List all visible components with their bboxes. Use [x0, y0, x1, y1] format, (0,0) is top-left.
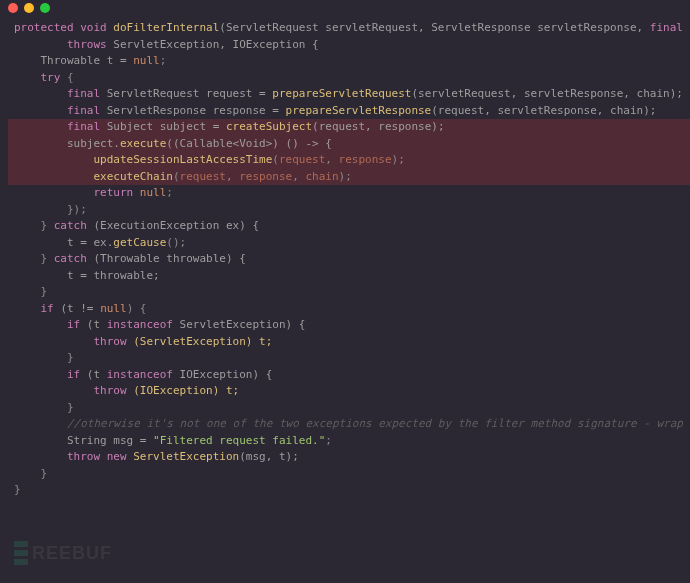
code-line: Throwable t = null; — [0, 53, 690, 70]
code-line: //otherwise it's not one of the two exce… — [0, 416, 690, 433]
code-line: throw new ServletException(msg, t); — [0, 449, 690, 466]
code-line: protected void doFilterInternal(ServletR… — [0, 20, 690, 37]
code-line: throws ServletException, IOException { — [0, 37, 690, 54]
code-editor[interactable]: protected void doFilterInternal(ServletR… — [0, 16, 690, 499]
code-line: } — [0, 466, 690, 483]
minimize-icon[interactable] — [24, 3, 34, 13]
code-line: }); — [0, 202, 690, 219]
code-line: } — [0, 350, 690, 367]
code-line: return null; — [0, 185, 690, 202]
code-line: } catch (ExecutionException ex) { — [0, 218, 690, 235]
window-titlebar — [0, 0, 690, 16]
code-line: String msg = "Filtered request failed."; — [0, 433, 690, 450]
code-line: throw (IOException) t; — [0, 383, 690, 400]
close-icon[interactable] — [8, 3, 18, 13]
code-line: if (t != null) { — [0, 301, 690, 318]
code-line: if (t instanceof IOException) { — [0, 367, 690, 384]
code-line: t = ex.getCause(); — [0, 235, 690, 252]
code-line: throw (ServletException) t; — [0, 334, 690, 351]
code-line: } — [0, 482, 690, 499]
code-line-highlighted: updateSessionLastAccessTime(request, res… — [0, 152, 690, 169]
zoom-icon[interactable] — [40, 3, 50, 13]
code-line-highlighted: subject.execute((Callable<Void>) () -> { — [0, 136, 690, 153]
code-line: } — [0, 284, 690, 301]
code-line: if (t instanceof ServletException) { — [0, 317, 690, 334]
code-line-highlighted: executeChain(request, response, chain); — [0, 169, 690, 186]
code-line: final ServletResponse response = prepare… — [0, 103, 690, 120]
watermark-text: REEBUF — [32, 545, 112, 562]
code-line: } — [0, 400, 690, 417]
code-line: final ServletRequest request = prepareSe… — [0, 86, 690, 103]
watermark: REEBUF — [14, 541, 112, 565]
watermark-logo-icon — [14, 541, 28, 565]
code-line-highlighted: final Subject subject = createSubject(re… — [0, 119, 690, 136]
code-line: t = throwable; — [0, 268, 690, 285]
code-line: try { — [0, 70, 690, 87]
code-line: } catch (Throwable throwable) { — [0, 251, 690, 268]
